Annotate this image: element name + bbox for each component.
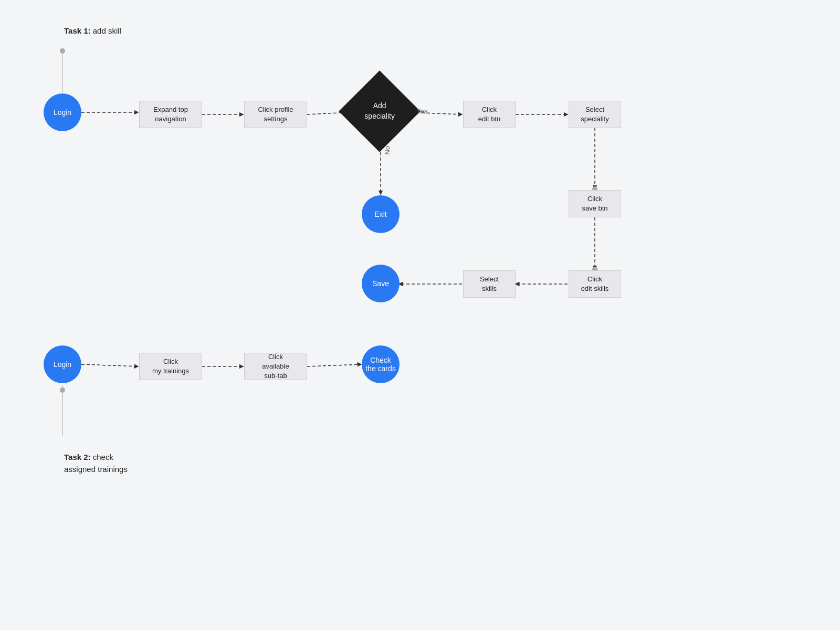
dot-bottom-task2 bbox=[60, 387, 65, 393]
add-speciality-diamond: Addspeciality bbox=[351, 82, 408, 140]
login1-node: Login bbox=[44, 93, 81, 131]
exit-node: Exit bbox=[362, 195, 400, 233]
select-speciality-node: Selectspeciality bbox=[569, 101, 621, 128]
save-node: Save bbox=[362, 265, 400, 302]
task2-bold: Task 2: bbox=[64, 453, 91, 461]
diagram-container: Task 1: add skill Login Expand topnaviga… bbox=[0, 0, 840, 630]
dot-top-task1 bbox=[60, 48, 65, 54]
click-edit-btn-node: Clickedit btn bbox=[463, 101, 516, 128]
task2-label: Task 2: checkassigned trainings bbox=[64, 452, 128, 475]
yes-label: Yes bbox=[416, 107, 427, 115]
check-cards-node: Checkthe cards bbox=[362, 345, 400, 383]
task1-bold: Task 1: bbox=[64, 26, 91, 35]
select-skills-node: Selectskills bbox=[463, 270, 516, 298]
task1-text: add skill bbox=[91, 26, 121, 35]
svg-line-14 bbox=[307, 364, 361, 366]
click-edit-skills-node: Clickedit skills bbox=[569, 270, 621, 298]
connector-lines bbox=[0, 0, 840, 630]
click-trainings-node: Clickmy trainings bbox=[139, 353, 202, 380]
svg-line-12 bbox=[81, 364, 138, 366]
task1-label: Task 1: add skill bbox=[64, 26, 121, 35]
click-profile-node: Click profilesettings bbox=[244, 101, 307, 128]
login2-node: Login bbox=[44, 345, 81, 383]
click-available-node: Clickavailablesub-tab bbox=[244, 353, 307, 380]
no-label: No bbox=[383, 146, 391, 155]
expand-node: Expand topnavigation bbox=[139, 101, 202, 128]
click-save-btn-node: Clicksave btn bbox=[569, 190, 621, 217]
